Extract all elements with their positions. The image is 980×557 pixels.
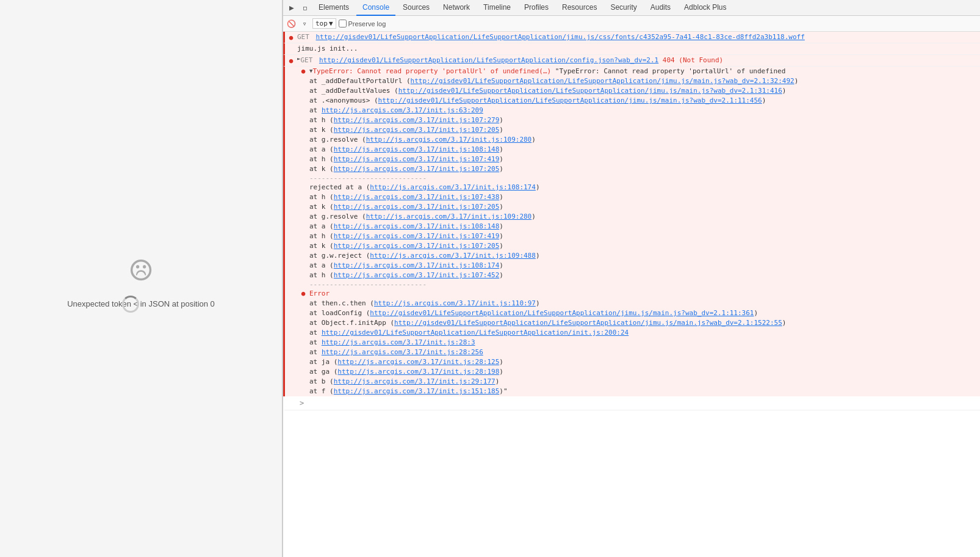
preserve-log-text: Preserve log	[348, 20, 386, 27]
error-line-1: at then.c.then (http://js.arcgis.com/3.1…	[297, 299, 980, 308]
typeerror-line-1: at _addDefaultPortalUrl (http://gisdev01…	[297, 76, 980, 86]
error-line-8: at ga (http://js.arcgis.com/3.17/init.js…	[297, 367, 980, 377]
typeerror-r3: at g.resolve (http://js.arcgis.com/3.17/…	[297, 212, 980, 222]
typeerror-line-5: at h (http://js.arcgis.com/3.17/init.js:…	[297, 115, 980, 125]
error-icon-4: ●	[298, 289, 308, 299]
typeerror-line-6: at k (http://js.arcgis.com/3.17/init.js:…	[297, 125, 980, 135]
left-panel: ☹ Unexpected token < in JSON at position…	[0, 0, 283, 557]
typeerror-line-9: at h (http://js.arcgis.com/3.17/init.js:…	[297, 155, 980, 164]
loading-spinner	[122, 296, 139, 313]
typeerror-r2: at k (http://js.arcgis.com/3.17/init.js:…	[297, 202, 980, 212]
typeerror-header: ● ▼ TypeError: Cannot read property 'por…	[297, 67, 980, 76]
log-text-2: GET http://gisdev01/LifeSupportApplicati…	[300, 56, 979, 65]
tab-timeline[interactable]: Timeline	[477, 0, 517, 16]
sad-face-icon: ☹	[130, 249, 152, 292]
font-error-link[interactable]: http://gisdev01/LifeSupportApplication/L…	[316, 33, 805, 41]
typeerror-r8: at a (http://js.arcgis.com/3.17/init.js:…	[297, 261, 980, 271]
typeerror-r5: at h (http://js.arcgis.com/3.17/init.js:…	[297, 231, 980, 241]
console-content: ● GET http://gisdev01/LifeSupportApplica…	[283, 32, 980, 557]
log-entry-typeerror: ● ▼ TypeError: Cannot read property 'por…	[283, 67, 980, 289]
typeerror-dashed-2: -----------------------------	[297, 280, 980, 289]
console-input[interactable]	[641, 397, 979, 405]
typeerror-msg: TypeError: Cannot read property 'portalU…	[312, 67, 979, 76]
tab-resources[interactable]: Resources	[556, 0, 603, 16]
error-line-7: at ja (http://js.arcgis.com/3.17/init.js…	[297, 357, 980, 367]
typeerror-dashed: -----------------------------	[297, 174, 980, 183]
config-error-link[interactable]: http://gisdev01/LifeSupportApplication/L…	[319, 56, 658, 64]
typeerror-line-3: at .<anonymous> (http://gisdev01/LifeSup…	[297, 96, 980, 106]
filter-value: top	[315, 20, 328, 27]
error-header-text: Error	[309, 289, 979, 299]
console-prompt[interactable]: >	[283, 396, 980, 410]
prompt-icon	[286, 397, 296, 407]
dropdown-arrow: ▼	[329, 20, 333, 27]
typeerror-line-2: at _addDefaultValues (http://gisdev01/Li…	[297, 86, 980, 96]
typeerror-r9: at h (http://js.arcgis.com/3.17/init.js:…	[297, 271, 980, 280]
device-icon[interactable]: ◽	[299, 2, 311, 14]
clear-console-icon[interactable]: 🚫	[286, 18, 297, 29]
log-entry-jimu-init: jimu.js init...	[283, 43, 980, 55]
error-line-10: at f (http://js.arcgis.com/3.17/init.js:…	[297, 387, 980, 396]
tab-audits[interactable]: Audits	[644, 0, 677, 16]
typeerror-r7: at g.w.reject (http://js.arcgis.com/3.17…	[297, 251, 980, 261]
error-icon-2: ●	[286, 56, 296, 65]
log-entry-error-block: ● Error at then.c.then (http://js.arcgis…	[283, 289, 980, 396]
inspect-icon[interactable]: ▶	[286, 2, 298, 14]
typeerror-r4: at a (http://js.arcgis.com/3.17/init.js:…	[297, 222, 980, 231]
filter-icon[interactable]: ▿	[299, 18, 310, 29]
typeerror-line-4: at http://js.arcgis.com/3.17/init.js:63:…	[297, 106, 980, 115]
error-icon-3: ●	[298, 67, 308, 76]
tab-profiles[interactable]: Profiles	[518, 0, 555, 16]
typeerror-line-10: at k (http://js.arcgis.com/3.17/init.js:…	[297, 164, 980, 174]
typeerror-line-8: at a (http://js.arcgis.com/3.17/init.js:…	[297, 145, 980, 155]
preserve-log-label[interactable]: Preserve log	[339, 20, 386, 27]
error-line-4: at http://gisdev01/LifeSupportApplicatio…	[297, 328, 980, 338]
error-message: Unexpected token < in JSON at position 0	[67, 299, 215, 308]
typeerror-line-7: at g.resolve (http://js.arcgis.com/3.17/…	[297, 135, 980, 145]
tab-adblock[interactable]: Adblock Plus	[678, 0, 732, 16]
log-entry-config-error: ● ► GET http://gisdev01/LifeSupportAppli…	[283, 55, 980, 67]
error-line-5: at http://js.arcgis.com/3.17/init.js:28:…	[297, 338, 980, 348]
typeerror-r1: at h (http://js.arcgis.com/3.17/init.js:…	[297, 192, 980, 202]
error-header: ● Error	[297, 289, 980, 299]
log-text-jimu: jimu.js init...	[297, 44, 979, 54]
tab-elements[interactable]: Elements	[312, 0, 355, 16]
devtools-tabbar: ▶ ◽ Elements Console Sources Network Tim…	[283, 0, 980, 16]
error-line-2: at loadConfig (http://gisdev01/LifeSuppo…	[297, 308, 980, 318]
tab-console[interactable]: Console	[356, 0, 395, 16]
error-icon-1: ●	[286, 32, 296, 42]
tab-security[interactable]: Security	[604, 0, 643, 16]
tab-network[interactable]: Network	[437, 0, 476, 16]
spacer-icon-1	[286, 44, 296, 54]
error-line-6: at http://js.arcgis.com/3.17/init.js:28:…	[297, 348, 980, 357]
log-text-1: GET http://gisdev01/LifeSupportApplicati…	[297, 32, 979, 42]
log-entry-font-error: ● GET http://gisdev01/LifeSupportApplica…	[283, 32, 980, 43]
tab-sources[interactable]: Sources	[397, 0, 436, 16]
devtools-panel: ▶ ◽ Elements Console Sources Network Tim…	[283, 0, 980, 557]
error-line-9: at b (http://js.arcgis.com/3.17/init.js:…	[297, 377, 980, 387]
console-toolbar: 🚫 ▿ top ▼ Preserve log	[283, 16, 980, 32]
preserve-log-checkbox[interactable]	[339, 20, 347, 27]
error-line-3: at Object.f.initApp (http://gisdev01/Lif…	[297, 318, 980, 328]
status-404: 404 (Not Found)	[663, 56, 723, 64]
typeerror-r6: at k (http://js.arcgis.com/3.17/init.js:…	[297, 241, 980, 251]
typeerror-rejected: rejected at a (http://js.arcgis.com/3.17…	[297, 183, 980, 192]
level-filter[interactable]: top ▼	[312, 18, 336, 29]
prompt-text: >	[297, 397, 641, 409]
